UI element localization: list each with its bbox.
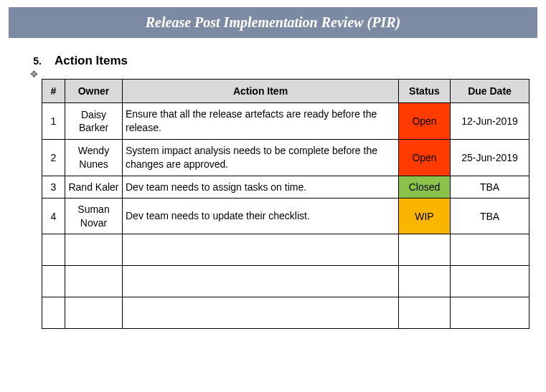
cell-action: Dev team needs to assign tasks on time.	[123, 176, 399, 199]
cell-owner: Wendy Nunes	[65, 139, 123, 176]
cell-empty	[399, 265, 451, 297]
table-header-row: # Owner Action Item Status Due Date	[42, 80, 529, 103]
table-row: 2Wendy NunesSystem impact analysis needs…	[42, 139, 529, 176]
cell-empty	[65, 234, 123, 265]
cell-empty	[42, 297, 65, 328]
action-items-table: # Owner Action Item Status Due Date 1Dai…	[42, 79, 529, 329]
cell-owner: Daisy Barker	[65, 103, 123, 140]
table-row-empty	[42, 265, 529, 297]
page-banner: Release Post Implementation Review (PIR)	[9, 7, 537, 38]
cell-owner: Rand Kaler	[65, 176, 123, 199]
section-number: 5.	[9, 55, 55, 67]
cell-num: 1	[42, 103, 65, 140]
cell-action: Ensure that all the release artefacts ar…	[123, 103, 399, 140]
cell-due: 25-Jun-2019	[451, 139, 529, 176]
cell-num: 2	[42, 139, 65, 176]
cell-empty	[399, 234, 451, 265]
table-row-empty	[42, 234, 529, 265]
cell-empty	[65, 265, 123, 297]
cell-num: 3	[42, 176, 65, 199]
header-action: Action Item	[123, 80, 399, 103]
cell-empty	[65, 297, 123, 328]
header-due: Due Date	[451, 80, 529, 103]
table-row: 4Suman NovarDev team needs to update the…	[42, 199, 529, 234]
action-items-table-wrap: # Owner Action Item Status Due Date 1Dai…	[42, 79, 529, 329]
cell-empty	[123, 234, 399, 265]
cell-empty	[123, 265, 399, 297]
header-num: #	[42, 80, 65, 103]
cell-empty	[451, 297, 529, 328]
section-title: Action Items	[55, 54, 128, 68]
cell-due: TBA	[451, 199, 529, 234]
cell-action: System impact analysis needs to be compl…	[123, 139, 399, 176]
header-owner: Owner	[65, 80, 123, 103]
section-header: 5. Action Items	[9, 54, 546, 68]
table-row-empty	[42, 297, 529, 328]
cell-empty	[399, 297, 451, 328]
cell-action: Dev team needs to update their checklist…	[123, 199, 399, 234]
table-anchor-icon: ✥	[30, 70, 546, 79]
cell-due: TBA	[451, 176, 529, 199]
table-row: 1Daisy BarkerEnsure that all the release…	[42, 103, 529, 140]
cell-empty	[42, 234, 65, 265]
cell-empty	[123, 297, 399, 328]
cell-empty	[451, 265, 529, 297]
cell-num: 4	[42, 199, 65, 234]
banner-title: Release Post Implementation Review (PIR)	[146, 14, 401, 30]
cell-due: 12-Jun-2019	[451, 103, 529, 140]
cell-empty	[42, 265, 65, 297]
cell-status: Open	[399, 103, 451, 140]
cell-status: WIP	[399, 199, 451, 234]
cell-owner: Suman Novar	[65, 199, 123, 234]
cell-status: Open	[399, 139, 451, 176]
cell-empty	[451, 234, 529, 265]
cell-status: Closed	[399, 176, 451, 199]
table-row: 3Rand KalerDev team needs to assign task…	[42, 176, 529, 199]
header-status: Status	[399, 80, 451, 103]
